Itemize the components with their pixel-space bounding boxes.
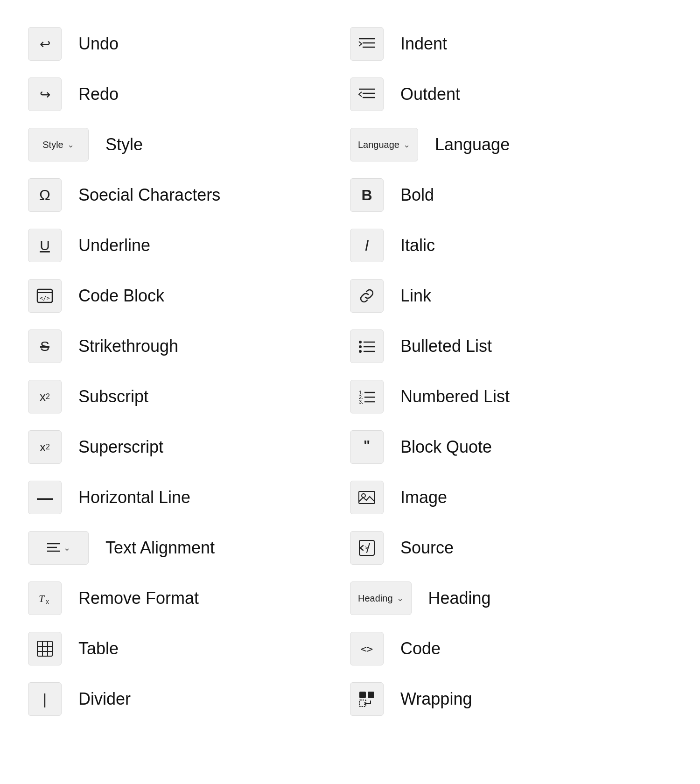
heading-dropdown[interactable]: Heading ⌄: [350, 581, 412, 615]
svg-text:</>: </>: [40, 295, 50, 301]
row-indent: Indent: [350, 19, 672, 69]
redo-label: Redo: [78, 84, 119, 104]
row-wrapping: Wrapping: [350, 674, 672, 724]
block-quote-button[interactable]: ": [350, 430, 384, 464]
heading-chevron-icon: ⌄: [397, 593, 404, 603]
style-label: Style: [105, 135, 143, 154]
code-button[interactable]: <>: [350, 632, 384, 665]
row-block-quote: " Block Quote: [350, 422, 672, 472]
row-text-alignment: ⌄ Text Alignment: [28, 523, 322, 573]
numbered-list-label: Numbered List: [400, 387, 510, 406]
row-language: Language ⌄ Language: [350, 119, 672, 170]
textalign-chevron-icon: ⌄: [63, 543, 70, 553]
undo-button[interactable]: ↩: [28, 27, 62, 61]
row-style: Style ⌄ Style: [28, 119, 322, 170]
bulleted-list-label: Bulleted List: [400, 336, 492, 356]
underline-button[interactable]: U: [28, 229, 62, 262]
divider-button[interactable]: |: [28, 682, 62, 716]
wrapping-button[interactable]: [350, 682, 384, 716]
row-special-chars: Ω Soecial Characters: [28, 170, 322, 220]
special-chars-label: Soecial Characters: [78, 185, 220, 205]
source-button[interactable]: >: [350, 531, 384, 565]
horizontal-line-label: Horizontal Line: [78, 488, 190, 507]
svg-rect-8: [37, 641, 52, 656]
heading-label: Heading: [428, 588, 491, 608]
svg-rect-31: [359, 491, 375, 504]
svg-point-32: [362, 494, 365, 497]
svg-point-23: [359, 350, 362, 353]
row-bold: B Bold: [350, 170, 672, 220]
row-superscript: x2 Superscript: [28, 422, 322, 472]
code-label: Code: [400, 639, 441, 658]
redo-button[interactable]: ↪: [28, 77, 62, 111]
svg-text:T: T: [39, 593, 45, 604]
undo-label: Undo: [78, 34, 119, 54]
image-button[interactable]: [350, 481, 384, 514]
image-label: Image: [400, 488, 447, 507]
language-chevron-icon: ⌄: [403, 140, 410, 150]
outdent-label: Outdent: [400, 84, 460, 104]
special-chars-button[interactable]: Ω: [28, 178, 62, 212]
superscript-label: Superscript: [78, 437, 163, 457]
row-table: Table: [28, 623, 322, 674]
style-dropdown[interactable]: Style ⌄: [28, 128, 89, 161]
svg-text:x: x: [46, 598, 49, 605]
underline-label: Underline: [78, 236, 150, 255]
svg-rect-36: [359, 692, 366, 698]
remove-format-button[interactable]: T x: [28, 581, 62, 615]
row-source: > Source: [350, 523, 672, 573]
bulleted-list-button[interactable]: [350, 329, 384, 363]
language-dropdown[interactable]: Language ⌄: [350, 128, 418, 161]
row-divider: | Divider: [28, 674, 322, 724]
row-remove-format: T x Remove Format: [28, 573, 322, 623]
right-column: Indent Outdent Language ⌄ Language: [350, 19, 672, 724]
left-column: ↩ Undo ↪ Redo Style ⌄ Style Ω Soecial Ch…: [28, 19, 350, 724]
link-button[interactable]: [350, 279, 384, 313]
text-alignment-button[interactable]: ⌄: [28, 531, 89, 565]
row-bulleted-list: Bulleted List: [350, 321, 672, 371]
row-subscript: x2 Subscript: [28, 371, 322, 422]
row-undo: ↩ Undo: [28, 19, 322, 69]
outdent-button[interactable]: [350, 77, 384, 111]
italic-button[interactable]: I: [350, 229, 384, 262]
italic-label: Italic: [400, 236, 435, 255]
subscript-button[interactable]: x2: [28, 380, 62, 413]
link-label: Link: [400, 286, 431, 306]
language-label: Language: [435, 135, 510, 154]
row-italic: I Italic: [350, 220, 672, 271]
svg-point-21: [359, 345, 362, 348]
text-alignment-label: Text Alignment: [105, 538, 215, 558]
icon-reference-grid: ↩ Undo ↪ Redo Style ⌄ Style Ω Soecial Ch…: [28, 19, 672, 724]
strikethrough-label: Strikethrough: [78, 336, 178, 356]
strikethrough-button[interactable]: S: [28, 329, 62, 363]
subscript-label: Subscript: [78, 387, 148, 406]
row-strikethrough: S Strikethrough: [28, 321, 322, 371]
horizontal-line-button[interactable]: —: [28, 481, 62, 514]
code-block-label: Code Block: [78, 286, 164, 306]
bold-label: Bold: [400, 185, 434, 205]
svg-point-19: [359, 341, 362, 343]
row-code-block: </> Code Block: [28, 271, 322, 321]
style-chevron-icon: ⌄: [67, 140, 74, 150]
table-label: Table: [78, 639, 119, 658]
source-label: Source: [400, 538, 454, 558]
superscript-button[interactable]: x2: [28, 430, 62, 464]
bold-button[interactable]: B: [350, 178, 384, 212]
row-underline: U Underline: [28, 220, 322, 271]
row-horizontal-line: — Horizontal Line: [28, 472, 322, 523]
row-redo: ↪ Redo: [28, 69, 322, 119]
numbered-list-button[interactable]: 1. 2. 3.: [350, 380, 384, 413]
block-quote-label: Block Quote: [400, 437, 492, 457]
code-block-button[interactable]: </>: [28, 279, 62, 313]
indent-button[interactable]: [350, 27, 384, 61]
row-outdent: Outdent: [350, 69, 672, 119]
row-image: Image: [350, 472, 672, 523]
wrapping-label: Wrapping: [400, 689, 472, 709]
row-link: Link: [350, 271, 672, 321]
style-dropdown-label: Style: [42, 140, 63, 150]
heading-dropdown-label: Heading: [358, 593, 393, 604]
table-button[interactable]: [28, 632, 62, 665]
row-code: <> Code: [350, 623, 672, 674]
row-heading: Heading ⌄ Heading: [350, 573, 672, 623]
divider-label: Divider: [78, 689, 131, 709]
